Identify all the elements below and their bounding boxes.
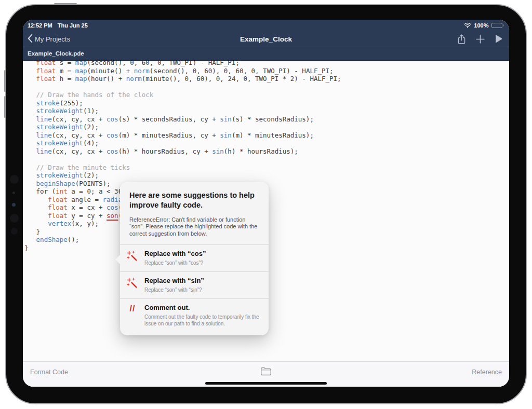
suggestion-subtitle: Replace “son” with “cos”? (144, 260, 206, 266)
error-token: son (107, 212, 118, 220)
code-line[interactable] (24, 155, 509, 163)
code-line[interactable]: line(cx, cy, cx + cos(h) * hoursRadius, … (24, 147, 509, 156)
camera-sensor-dot (12, 192, 15, 194)
suggestion-replace-cos[interactable]: Replace with “cos” Replace “son” with “c… (120, 244, 269, 271)
magic-wand-icon (125, 250, 140, 263)
power-button[interactable] (54, 3, 77, 5)
volume-down-button[interactable] (4, 96, 6, 118)
code-line[interactable]: float m = map(minute() + norm(second(), … (24, 67, 509, 75)
code-line[interactable]: stroke(255); (24, 99, 509, 107)
wifi-icon (464, 22, 471, 29)
code-editor[interactable]: float s = map(second(), 0, 60, 0, TWO_PI… (23, 61, 509, 361)
navigation-bar: My Projects Example_Clock (23, 31, 509, 47)
suggestion-title: Comment out. (144, 304, 261, 311)
reference-button[interactable]: Reference (472, 369, 502, 376)
battery-percent: 100% (474, 22, 488, 29)
code-line[interactable]: float s = map(second(), 0, 60, 0, TWO_PI… (24, 61, 509, 67)
code-line[interactable]: line(cx, cy, cx + cos(s) * secondsRadius… (24, 115, 509, 124)
status-time: 12:52 PM (28, 22, 52, 29)
add-icon[interactable] (476, 35, 485, 44)
suggestion-title: Replace with “sin” (144, 277, 204, 284)
status-bar: 12:52 PM Thu Jun 25 100% (23, 20, 509, 31)
popover-arrow (115, 254, 121, 265)
code-line[interactable]: line(cx, cy, cx + cos(m) * minutesRadius… (24, 131, 509, 140)
code-line[interactable]: strokeWeight(2); (24, 123, 509, 131)
code-line[interactable]: strokeWeight(1); (24, 107, 509, 115)
front-camera-lens (12, 203, 16, 207)
back-button[interactable]: My Projects (27, 34, 70, 45)
code-line[interactable] (24, 83, 509, 91)
home-indicator[interactable] (205, 382, 327, 385)
comment-slashes-icon: // (125, 304, 140, 313)
suggestions-popover: Here are some suggestions to help improv… (120, 182, 269, 335)
popover-title: Here are some suggestions to help improv… (129, 190, 259, 210)
run-play-icon[interactable] (495, 34, 503, 44)
popover-header: Here are some suggestions to help improv… (120, 182, 269, 244)
app-screen: 12:52 PM Thu Jun 25 100% (23, 20, 509, 387)
chevron-left-icon (27, 34, 33, 45)
popover-description: ReferenceError: Can't find variable or f… (129, 216, 259, 238)
suggestion-replace-sin[interactable]: Replace with “sin” Replace “son” with “s… (120, 271, 269, 298)
code-line[interactable]: strokeWeight(2); (24, 171, 509, 180)
magic-wand-icon (125, 277, 140, 290)
battery-icon (491, 23, 504, 28)
suggestion-title: Replace with “cos” (144, 250, 206, 257)
camera-sensor-dot (11, 228, 18, 235)
suggestion-comment-out[interactable]: // Comment out. Comment out the faulty c… (120, 298, 269, 335)
format-code-button[interactable]: Format Code (30, 369, 68, 376)
folder-icon[interactable] (260, 367, 272, 378)
tab-example-clock-pde[interactable]: Example_Clock.pde (28, 50, 84, 57)
code-line[interactable]: float h = map(hour() + norm(minute(), 0,… (24, 75, 509, 83)
volume-up-button[interactable] (4, 70, 6, 92)
suggestion-subtitle: Comment out the faulty code to temporari… (144, 313, 261, 327)
camera-sensor-dot (10, 214, 19, 223)
page-title: Example_Clock (23, 35, 509, 43)
code-line[interactable]: strokeWeight(4); (24, 139, 509, 147)
code-line[interactable]: // Draw the minute ticks (24, 163, 509, 172)
code-line[interactable]: // Draw the hands of the clock (24, 91, 509, 99)
share-icon[interactable] (457, 34, 466, 45)
ipad-device-frame: 12:52 PM Thu Jun 25 100% (5, 4, 527, 404)
file-tab-bar: Example_Clock.pde (23, 47, 509, 61)
back-button-label: My Projects (35, 35, 70, 43)
suggestion-subtitle: Replace “son” with “sin”? (144, 287, 204, 293)
status-date: Thu Jun 25 (58, 22, 88, 29)
camera-sensor-dot (10, 175, 19, 184)
